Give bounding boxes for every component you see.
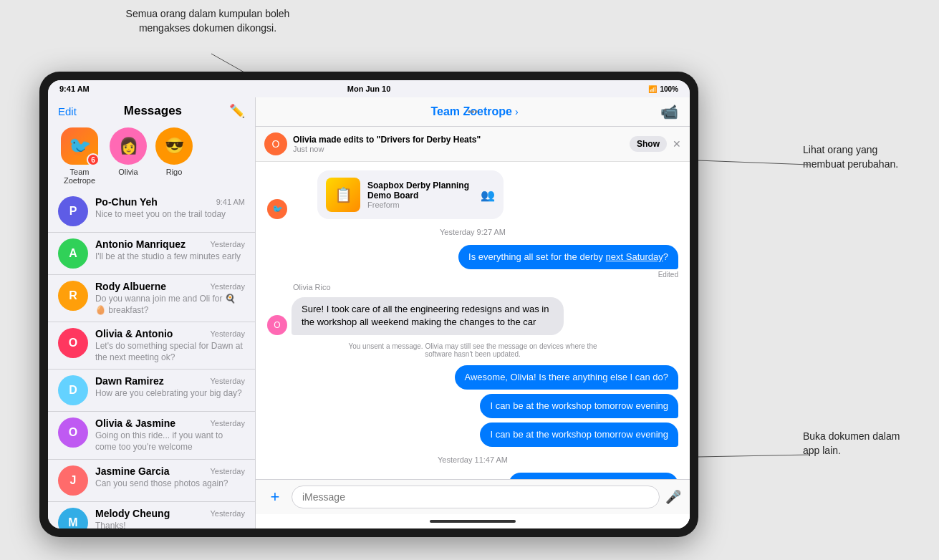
conv-header-rody: Rody Albuerne Yesterday [95, 281, 245, 292]
add-attachment-button[interactable]: + [264, 486, 286, 508]
msg-bubble-6: Let's figure out who'll take each heat [509, 473, 679, 479]
msg-bubble-2: Sure! I took care of all the engineering… [292, 297, 564, 334]
conv-preview-melody: Thanks! [95, 521, 245, 528]
mic-button[interactable]: 🎤 [665, 489, 681, 505]
status-date: Mon Jun 10 [347, 85, 391, 93]
conv-time-olivia-antonio: Yesterday [210, 329, 245, 338]
conv-info-rody: Rody Albuerne Yesterday Do you wanna joi… [95, 281, 245, 316]
avatar-container-team: 🐦 6 [61, 127, 98, 165]
conv-avatar-jasmine: J [58, 465, 88, 496]
pinned-item-team-zoetrope[interactable]: 🐦 6 Team Zoetrope [58, 127, 101, 185]
avatar-container-rigo: 😎 [155, 127, 193, 165]
conv-preview-antonio: I'll be at the studio a few minutes earl… [95, 251, 245, 263]
conv-time-olivia-jasmine: Yesterday [210, 419, 245, 428]
conv-time-rody: Yesterday [210, 282, 245, 291]
conv-item-dawn[interactable]: D Dawn Ramirez Yesterday How are you cel… [48, 370, 255, 412]
conv-info-antonio: Antonio Manriquez Yesterday I'll be at t… [95, 238, 245, 263]
conv-avatar-pochun: P [58, 196, 88, 226]
doc-card-soapbox[interactable]: 📋 Soapbox Derby Planning Demo Board Free… [317, 170, 504, 219]
conv-time-melody: Yesterday [210, 509, 245, 518]
conv-time-dawn: Yesterday [210, 377, 245, 385]
conv-info-olivia-jasmine: Olivia & Jasmine Yesterday Going on this… [95, 417, 245, 453]
main-content: Edit Messages ✏️ 🐦 6 Team Zoetrope [48, 97, 690, 528]
status-time: 9:41 AM [59, 85, 90, 93]
msg-avatar-team: 🐦 [267, 199, 287, 219]
conv-info-melody: Melody Cheung Yesterday Thanks! [95, 508, 245, 528]
pinned-label-team-zoetrope: Team Zoetrope [58, 168, 101, 185]
msg-row-3: Awesome, Olivia! Is there anything else … [267, 365, 678, 390]
conv-avatar-dawn: D [58, 375, 88, 405]
wifi-icon: 📶 [648, 85, 657, 93]
conv-item-jasmine[interactable]: J Jasmine Garcia Yesterday Can you send … [48, 460, 255, 502]
chevron-right-icon: › [515, 106, 519, 117]
home-indicator [256, 514, 690, 528]
timestamp-yesterday-morning: Yesterday 9:27 AM [267, 228, 678, 236]
conv-preview-pochun: Nice to meet you on the trail today [95, 209, 245, 221]
video-call-button[interactable]: 📹 [660, 103, 678, 120]
conv-avatar-antonio: A [58, 238, 88, 269]
conv-name-dawn: Dawn Ramirez [95, 375, 164, 387]
conv-item-rody[interactable]: R Rody Albuerne Yesterday Do you wanna j… [48, 275, 255, 322]
annotation-right-top: Lihat orang yang membuat perubahan. [803, 143, 918, 171]
conv-item-antonio[interactable]: A Antonio Manriquez Yesterday I'll be at… [48, 233, 255, 275]
pinned-label-rigo: Rigo [166, 168, 183, 176]
msg-row-1: Is everything all set for the derby next… [267, 245, 678, 279]
msg-row-5: I can be at the workshop tomorrow evenin… [267, 423, 678, 447]
conv-preview-jasmine: Can you send those photos again? [95, 478, 245, 490]
messages-area: 🐦 📋 Soapbox Derby Planning Demo Board Fr… [256, 162, 690, 479]
conv-header-olivia-antonio: Olivia & Antonio Yesterday [95, 328, 245, 339]
conv-name-olivia-antonio: Olivia & Antonio [95, 328, 173, 339]
conv-header-antonio: Antonio Manriquez Yesterday [95, 238, 245, 250]
edited-label-1: Edited [658, 271, 678, 279]
msg-bubble-1: Is everything all set for the derby next… [458, 245, 678, 269]
conv-header-dawn: Dawn Ramirez Yesterday [95, 375, 245, 387]
conv-item-pochun[interactable]: P Po-Chun Yeh 9:41 AM Nice to meet you o… [48, 190, 255, 233]
conv-item-olivia-antonio[interactable]: O Olivia & Antonio Yesterday Let's do so… [48, 322, 255, 370]
conv-preview-rody: Do you wanna join me and Oli for 🍳🥚 brea… [95, 294, 245, 316]
notif-show-button[interactable]: Show [630, 136, 667, 152]
status-bar: 9:41 AM Mon Jun 10 📶 100% [48, 80, 690, 97]
msg-row-2: O Sure! I took care of all the engineeri… [267, 297, 678, 334]
pinned-label-olivia: Olivia [118, 168, 138, 176]
edit-button[interactable]: Edit [58, 105, 77, 117]
conv-header-olivia-jasmine: Olivia & Jasmine Yesterday [95, 417, 245, 429]
conv-header-melody: Melody Cheung Yesterday [95, 508, 245, 519]
msg-bubble-5: I can be at the workshop tomorrow evenin… [480, 423, 678, 447]
conv-time-pochun: 9:41 AM [216, 198, 245, 206]
conv-name-rody: Rody Albuerne [95, 281, 166, 292]
doc-thumb-soapbox: 📋 [326, 178, 360, 212]
conv-avatar-rody: R [58, 281, 88, 311]
ipad-device: 9:41 AM Mon Jun 10 📶 100% Edit Messages … [39, 72, 698, 537]
conv-avatar-melody: M [58, 508, 88, 528]
notif-close-button[interactable]: ✕ [673, 138, 681, 150]
conv-info-jasmine: Jasmine Garcia Yesterday Can you send th… [95, 465, 245, 490]
notification-banner: O Olivia made edits to "Drivers for Derb… [256, 127, 690, 162]
annotation-top: Semua orang dalam kumpulan boleh mengaks… [107, 7, 308, 35]
home-bar [430, 520, 516, 523]
unsent-notice: You unsent a message. Olivia may still s… [329, 339, 616, 361]
notif-subtitle: Just now [293, 145, 624, 153]
avatar-olivia: 👩 [110, 127, 147, 165]
compose-button[interactable]: ✏️ [229, 103, 245, 119]
conv-name-pochun: Po-Chun Yeh [95, 196, 158, 208]
annotation-right-bottom: Buka dokumen dalam app lain. [803, 430, 918, 458]
input-bar: + 🎤 [256, 479, 690, 514]
notif-title: Olivia made edits to "Drivers for Derby … [293, 135, 624, 145]
msg-bubble-3: Awesome, Olivia! Is there anything else … [455, 365, 678, 390]
ipad-screen: 9:41 AM Mon Jun 10 📶 100% Edit Messages … [48, 80, 690, 528]
timestamp-yesterday-afternoon: Yesterday 11:47 AM [267, 455, 678, 464]
sidebar-title: Messages [124, 104, 182, 118]
sidebar: Edit Messages ✏️ 🐦 6 Team Zoetrope [48, 97, 256, 528]
conv-header-pochun: Po-Chun Yeh 9:41 AM [95, 196, 245, 208]
conv-item-melody[interactable]: M Melody Cheung Yesterday Thanks! [48, 502, 255, 528]
doc-info-soapbox: Soapbox Derby Planning Demo Board Freefo… [367, 180, 473, 209]
pinned-item-olivia[interactable]: 👩 Olivia [110, 127, 147, 185]
conv-info-olivia-antonio: Olivia & Antonio Yesterday Let's do some… [95, 328, 245, 363]
message-input[interactable] [292, 486, 660, 508]
conv-name-melody: Melody Cheung [95, 508, 170, 519]
conv-preview-dawn: How are you celebrating your big day? [95, 388, 245, 400]
pinned-item-rigo[interactable]: 😎 Rigo [155, 127, 193, 185]
conv-item-olivia-jasmine[interactable]: O Olivia & Jasmine Yesterday Going on th… [48, 412, 255, 459]
doc-app-soapbox: Freeform [367, 201, 473, 209]
doc-name-soapbox: Soapbox Derby Planning Demo Board [367, 180, 473, 201]
